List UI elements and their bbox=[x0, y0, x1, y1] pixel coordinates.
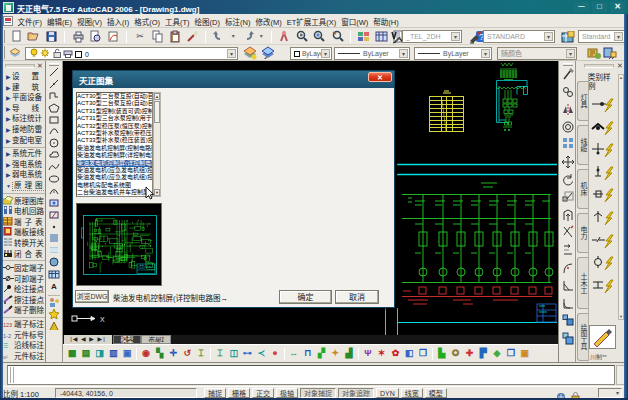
svg-text:X: X bbox=[100, 316, 105, 323]
